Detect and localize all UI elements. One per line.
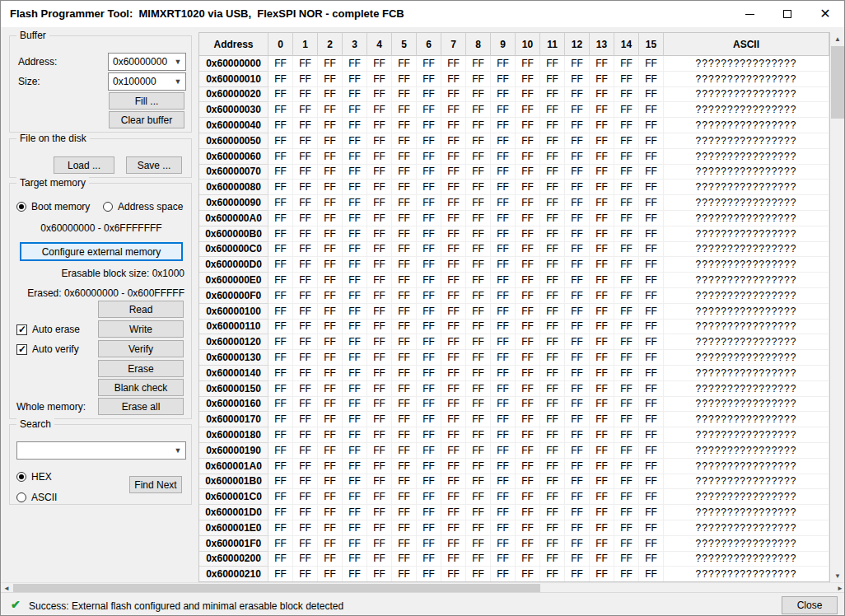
byte-cell[interactable]: FF bbox=[614, 459, 639, 474]
byte-cell[interactable]: FF bbox=[466, 56, 491, 72]
byte-cell[interactable]: FF bbox=[268, 474, 293, 490]
byte-cell[interactable]: FF bbox=[293, 180, 318, 195]
byte-cell[interactable]: FF bbox=[343, 520, 367, 536]
byte-cell[interactable]: FF bbox=[466, 102, 491, 118]
byte-cell[interactable]: FF bbox=[466, 366, 491, 381]
byte-cell[interactable]: FF bbox=[639, 443, 664, 459]
byte-cell[interactable]: FF bbox=[639, 520, 664, 536]
byte-cell[interactable]: FF bbox=[491, 133, 516, 149]
byte-cell[interactable]: FF bbox=[466, 397, 491, 413]
byte-cell[interactable]: FF bbox=[590, 180, 614, 195]
byte-cell[interactable]: FF bbox=[491, 273, 516, 288]
chevron-down-icon[interactable]: ▼ bbox=[170, 58, 185, 66]
ascii-cell[interactable]: ???????????????? bbox=[664, 459, 829, 474]
byte-cell[interactable]: FF bbox=[466, 567, 491, 582]
byte-cell[interactable]: FF bbox=[614, 195, 639, 211]
byte-cell[interactable]: FF bbox=[639, 397, 664, 413]
byte-cell[interactable]: FF bbox=[590, 288, 614, 304]
byte-cell[interactable]: FF bbox=[441, 87, 466, 103]
byte-cell[interactable]: FF bbox=[491, 288, 516, 304]
byte-cell[interactable]: FF bbox=[441, 320, 466, 335]
byte-cell[interactable]: FF bbox=[441, 412, 466, 427]
byte-cell[interactable]: FF bbox=[516, 288, 540, 304]
byte-cell[interactable]: FF bbox=[614, 133, 639, 149]
byte-cell[interactable]: FF bbox=[268, 489, 293, 505]
byte-cell[interactable]: FF bbox=[367, 288, 392, 304]
byte-cell[interactable]: FF bbox=[639, 211, 664, 226]
byte-cell[interactable]: FF bbox=[343, 567, 367, 582]
byte-cell[interactable]: FF bbox=[318, 536, 343, 552]
byte-cell[interactable]: FF bbox=[590, 459, 614, 474]
byte-cell[interactable]: FF bbox=[491, 397, 516, 413]
byte-cell[interactable]: FF bbox=[293, 350, 318, 366]
byte-cell[interactable]: FF bbox=[565, 195, 590, 211]
byte-cell[interactable]: FF bbox=[491, 226, 516, 242]
byte-cell[interactable]: FF bbox=[343, 180, 367, 195]
byte-cell[interactable]: FF bbox=[343, 149, 367, 165]
byte-cell[interactable]: FF bbox=[318, 149, 343, 165]
byte-cell[interactable]: FF bbox=[565, 288, 590, 304]
byte-cell[interactable]: FF bbox=[441, 334, 466, 350]
byte-cell[interactable]: FF bbox=[565, 211, 590, 226]
byte-cell[interactable]: FF bbox=[639, 320, 664, 335]
byte-cell[interactable]: FF bbox=[367, 366, 392, 381]
byte-cell[interactable]: FF bbox=[268, 273, 293, 288]
byte-cell[interactable]: FF bbox=[441, 489, 466, 505]
byte-cell[interactable]: FF bbox=[268, 165, 293, 180]
byte-cell[interactable]: FF bbox=[417, 118, 441, 133]
byte-cell[interactable]: FF bbox=[343, 118, 367, 133]
byte-cell[interactable]: FF bbox=[268, 536, 293, 552]
byte-cell[interactable]: FF bbox=[293, 520, 318, 536]
boot-memory-radio[interactable]: Boot memory bbox=[16, 201, 90, 212]
byte-cell[interactable]: FF bbox=[441, 366, 466, 381]
ascii-cell[interactable]: ???????????????? bbox=[664, 226, 829, 242]
byte-cell[interactable]: FF bbox=[441, 180, 466, 195]
byte-cell[interactable]: FF bbox=[367, 165, 392, 180]
byte-cell[interactable]: FF bbox=[540, 149, 565, 165]
byte-cell[interactable]: FF bbox=[293, 381, 318, 397]
byte-cell[interactable]: FF bbox=[540, 350, 565, 366]
byte-cell[interactable]: FF bbox=[540, 443, 565, 459]
byte-cell[interactable]: FF bbox=[614, 165, 639, 180]
byte-cell[interactable]: FF bbox=[318, 242, 343, 258]
byte-cell[interactable]: FF bbox=[516, 304, 540, 320]
ascii-cell[interactable]: ???????????????? bbox=[664, 520, 829, 536]
save-button[interactable]: Save ... bbox=[126, 156, 182, 174]
chevron-down-icon[interactable]: ▼ bbox=[170, 446, 185, 455]
byte-cell[interactable]: FF bbox=[540, 381, 565, 397]
ascii-cell[interactable]: ???????????????? bbox=[664, 505, 829, 520]
close-button[interactable]: Close bbox=[782, 596, 838, 614]
byte-cell[interactable]: FF bbox=[392, 489, 417, 505]
byte-cell[interactable]: FF bbox=[318, 56, 343, 72]
byte-cell[interactable]: FF bbox=[293, 257, 318, 273]
byte-cell[interactable]: FF bbox=[293, 567, 318, 582]
byte-cell[interactable]: FF bbox=[491, 195, 516, 211]
byte-cell[interactable]: FF bbox=[516, 474, 540, 490]
byte-cell[interactable]: FF bbox=[639, 72, 664, 87]
byte-cell[interactable]: FF bbox=[417, 366, 441, 381]
byte-cell[interactable]: FF bbox=[441, 118, 466, 133]
byte-cell[interactable]: FF bbox=[343, 87, 367, 103]
ascii-cell[interactable]: ???????????????? bbox=[664, 536, 829, 552]
byte-cell[interactable]: FF bbox=[516, 273, 540, 288]
byte-cell[interactable]: FF bbox=[491, 552, 516, 567]
byte-cell[interactable]: FF bbox=[516, 133, 540, 149]
byte-cell[interactable]: FF bbox=[318, 165, 343, 180]
byte-cell[interactable]: FF bbox=[540, 397, 565, 413]
byte-cell[interactable]: FF bbox=[590, 397, 614, 413]
byte-cell[interactable]: FF bbox=[417, 257, 441, 273]
ascii-cell[interactable]: ???????????????? bbox=[664, 397, 829, 413]
byte-cell[interactable]: FF bbox=[516, 381, 540, 397]
byte-cell[interactable]: FF bbox=[540, 56, 565, 72]
byte-cell[interactable]: FF bbox=[491, 366, 516, 381]
byte-cell[interactable]: FF bbox=[367, 72, 392, 87]
byte-cell[interactable]: FF bbox=[516, 320, 540, 335]
verify-button[interactable]: Verify bbox=[98, 340, 184, 357]
byte-cell[interactable]: FF bbox=[417, 381, 441, 397]
byte-cell[interactable]: FF bbox=[466, 211, 491, 226]
byte-cell[interactable]: FF bbox=[590, 273, 614, 288]
byte-cell[interactable]: FF bbox=[417, 489, 441, 505]
byte-cell[interactable]: FF bbox=[590, 72, 614, 87]
byte-cell[interactable]: FF bbox=[516, 536, 540, 552]
byte-cell[interactable]: FF bbox=[417, 320, 441, 335]
